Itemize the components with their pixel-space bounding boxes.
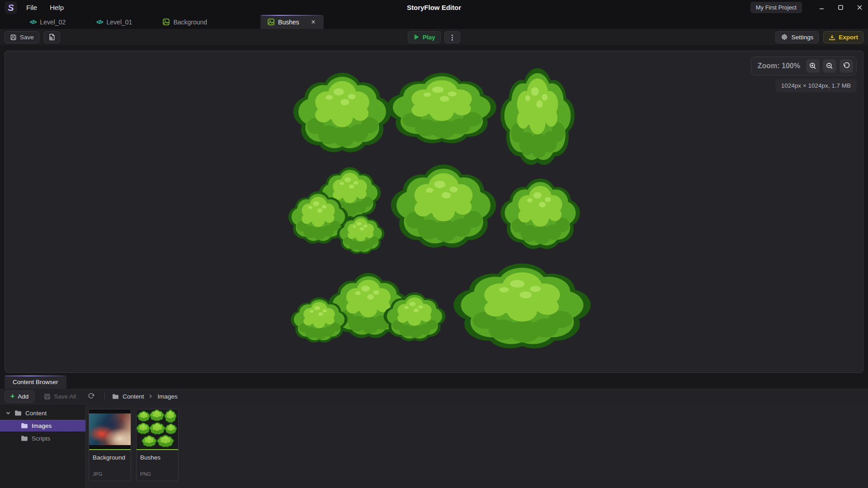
tree-item-content[interactable]: Content <box>0 407 85 419</box>
breadcrumb-label: Images <box>157 393 177 400</box>
code-icon: </> <box>96 19 103 25</box>
tab-bar: </> Level_02 </> Level_01 Background Bus… <box>0 15 868 29</box>
tab-level-02[interactable]: </> Level_02 <box>20 15 75 29</box>
breadcrumb-label: Content <box>123 393 144 400</box>
save-icon <box>10 34 17 41</box>
app-title: StoryFlow Editor <box>0 0 868 15</box>
app-window: S File Help StoryFlow Editor My First Pr… <box>0 0 868 488</box>
tree-item-scripts[interactable]: Scripts <box>0 432 85 444</box>
zoom-level-label: Zoom: 100% <box>758 62 800 70</box>
add-asset-button[interactable]: + Add <box>5 390 34 403</box>
tab-close-icon[interactable]: × <box>309 18 317 26</box>
save-all-icon <box>44 393 51 400</box>
background-image-preview <box>89 413 131 445</box>
tree-item-images[interactable]: Images <box>0 420 85 432</box>
image-canvas[interactable]: Zoom: 100% 1024px × 1024px, 1.7 MB <box>5 51 863 373</box>
refresh-icon <box>88 393 95 400</box>
menu-file[interactable]: File <box>20 0 43 15</box>
tab-label: Bushes <box>278 19 299 26</box>
save-button[interactable]: Save <box>5 31 39 43</box>
minimize-button[interactable] <box>813 0 830 15</box>
reset-zoom-icon <box>843 62 850 70</box>
tab-bushes[interactable]: Bushes × <box>260 15 324 29</box>
play-label: Play <box>423 34 435 41</box>
tree-item-label: Content <box>25 410 47 417</box>
canvas-image-bushes <box>5 51 863 372</box>
save-label: Save <box>20 34 34 41</box>
asset-name: Background <box>89 450 131 461</box>
zoom-out-button[interactable] <box>823 59 836 73</box>
play-button[interactable]: Play <box>408 31 441 43</box>
asset-thumbnail-background <box>89 409 131 450</box>
asset-card-bushes[interactable]: Bushes PNG <box>136 409 179 481</box>
main-toolbar: Save Play ⋮ <box>0 29 868 45</box>
image-icon <box>163 19 170 25</box>
file-search-icon <box>48 33 56 41</box>
file-search-button[interactable] <box>44 31 60 43</box>
asset-name: Bushes <box>137 450 178 461</box>
folder-icon <box>14 409 22 417</box>
gear-icon <box>781 33 788 41</box>
toolbar-divider <box>104 392 105 401</box>
image-icon <box>268 19 274 25</box>
more-options-button[interactable]: ⋮ <box>444 31 460 43</box>
asset-card-background[interactable]: Background JPG <box>89 409 131 481</box>
chevron-right-icon <box>148 394 153 399</box>
content-browser-body: Content Images Scripts Background <box>0 405 868 488</box>
tree-item-label: Images <box>32 422 52 429</box>
zoom-in-button[interactable] <box>806 59 820 73</box>
breadcrumb: Content Images <box>112 393 178 400</box>
folder-icon <box>21 422 28 429</box>
maximize-icon <box>838 5 844 10</box>
download-icon <box>829 34 835 41</box>
asset-type-badge: PNG <box>137 471 178 481</box>
code-icon: </> <box>30 19 36 25</box>
tab-background[interactable]: Background <box>153 15 217 29</box>
folder-icon <box>112 393 119 400</box>
app-logo-icon: S <box>5 1 17 14</box>
add-label: Add <box>18 393 28 400</box>
play-icon <box>413 34 420 40</box>
asset-type-badge: JPG <box>89 471 131 481</box>
export-button[interactable]: Export <box>823 31 863 43</box>
folder-tree: Content Images Scripts <box>0 405 86 488</box>
close-button[interactable] <box>851 0 868 15</box>
bushes-image-preview <box>137 409 178 449</box>
chevron-down-icon <box>5 410 11 416</box>
close-icon <box>857 5 863 10</box>
content-browser-toolbar: + Add Save All Content <box>0 389 868 404</box>
svg-text:S: S <box>8 3 14 13</box>
minimize-icon <box>819 5 825 10</box>
kebab-icon: ⋮ <box>449 34 456 41</box>
tab-level-01[interactable]: </> Level_01 <box>86 15 142 29</box>
zoom-out-icon <box>826 62 833 70</box>
refresh-button[interactable] <box>85 390 97 402</box>
asset-grid: Background JPG Bushes PNG <box>86 405 868 488</box>
zoom-controls: Zoom: 100% <box>751 56 857 75</box>
folder-icon <box>21 435 28 442</box>
plus-icon: + <box>10 393 14 400</box>
zoom-in-icon <box>809 62 816 70</box>
project-name-badge: My First Project <box>750 2 802 13</box>
image-size-badge: 1024px × 1024px, 1.7 MB <box>775 79 857 92</box>
zoom-reset-button[interactable] <box>840 59 853 73</box>
save-all-label: Save All <box>54 393 76 400</box>
tab-label: Background <box>173 19 207 26</box>
menu-help[interactable]: Help <box>43 0 70 15</box>
settings-button[interactable]: Settings <box>775 31 819 43</box>
tree-item-label: Scripts <box>32 435 50 442</box>
export-label: Export <box>839 34 858 41</box>
tab-label: Level_01 <box>107 19 132 26</box>
tab-label: Level_02 <box>40 19 66 26</box>
asset-thumbnail-bushes <box>137 409 178 450</box>
breadcrumb-content[interactable]: Content <box>112 393 144 400</box>
maximize-button[interactable] <box>832 0 849 15</box>
settings-label: Settings <box>791 34 813 41</box>
title-bar: S File Help StoryFlow Editor My First Pr… <box>0 0 868 15</box>
save-all-button[interactable]: Save All <box>39 390 81 403</box>
content-browser-tab[interactable]: Content Browser <box>5 375 66 389</box>
breadcrumb-images[interactable]: Images <box>157 393 177 400</box>
